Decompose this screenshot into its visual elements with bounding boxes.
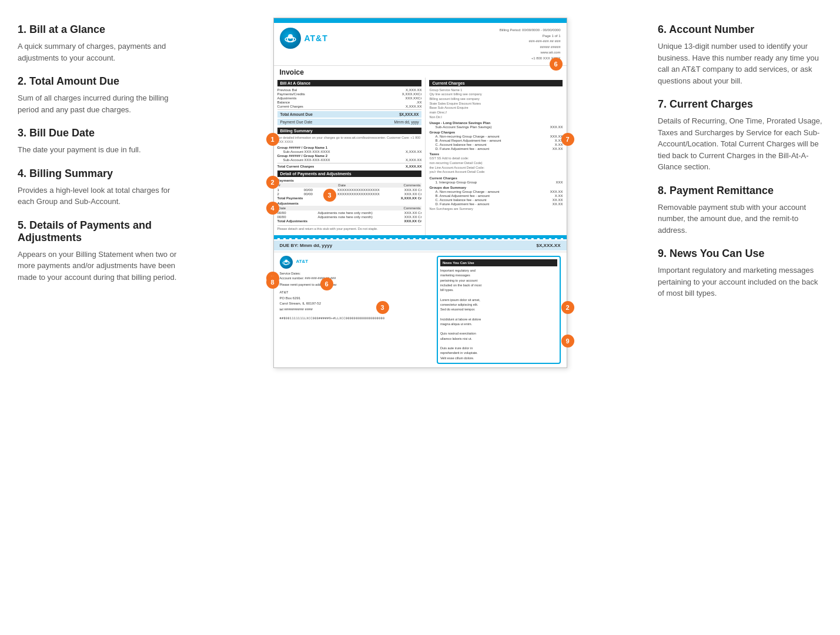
badge-9: 9 [561, 335, 574, 347]
cc-usage-row: Sub-Account Savings Plan Savings) XXX.XX [429, 125, 563, 129]
left-column: 1. Bill at a Glance A quick summary of c… [12, 12, 194, 623]
badge-2-top: 2 [266, 176, 279, 189]
svg-point-3 [288, 34, 293, 39]
current-charges-header: Current Charges [429, 80, 563, 86]
section-2-body: Sum of all charges incurred during the b… [18, 92, 182, 115]
due-by-bar: DUE BY: Mmm dd, yyyy $X,XXX.XX [274, 240, 567, 250]
invoice-top-section: AT&T Billing Period: 00/00/0000 - 00/00/… [274, 23, 567, 66]
cc-gd-row-1: A. Non-recurring Group Charge - amount X… [429, 190, 563, 193]
center-column: 6 1 7 2 3 4 5 8 6 3 2 9 [194, 12, 646, 623]
cc-gd-row-3: C. Account balance fee - amount XX.XX [429, 198, 563, 202]
section-8-heading: 8. Payment Remittance [658, 185, 822, 197]
news-you-can-use-box: News You Can Use Important regulatory an… [437, 256, 561, 364]
invoice-left-section: Bill At A Glance Previous Bal X,XXX.XX P… [274, 78, 426, 235]
billing-summary-header: Billing Summary [277, 128, 422, 134]
section-6-heading: 6. Account Number [658, 24, 822, 36]
cc-gc-row-2: B. Annual Report Adjustment fee - amount… [429, 139, 563, 142]
dashed-separator [274, 238, 567, 239]
news-box-header: News You Can Use [440, 259, 557, 266]
badge-2-bottom: 2 [561, 301, 574, 314]
remittance-addr-company: AT&T [280, 290, 431, 296]
footer-note: Please detach and return a this stub wit… [277, 225, 422, 232]
section-7-body: Details of Recurring, One Time, Prorated… [658, 115, 822, 173]
bs-group-2-sub: Sub-Account XXX-XXX-XXXX X,XXX.XX [277, 158, 422, 162]
adj-row-1: 00/00 Adjustments note here only month) … [277, 211, 422, 215]
section-9-heading: 9. News You Can Use [658, 248, 822, 260]
cc-surcharges-note: Non Surcharges are Summary [429, 207, 563, 212]
badge-3-bottom: 3 [376, 301, 389, 314]
remittance-addr-po: PO Box 6291 [280, 296, 431, 302]
invoice-top-bar [274, 18, 567, 23]
bag-row-4: Balance .XX [277, 101, 422, 104]
remittance-left: AT&T Service Dates: Account number: ###-… [280, 256, 431, 364]
due-by-amount: $X,XXX.XX [537, 243, 561, 248]
payments-col-headers: # Date Comments [277, 183, 422, 188]
cc-gd-row-4: D. Future Adjustment fee - amount XX.XX [429, 202, 563, 206]
cc-gc-row-4: D. Future Adjustment fee - amount XX.XX [429, 147, 563, 151]
badge-8: 8 [266, 276, 279, 289]
news-content: Important regulatory and marketing messa… [440, 268, 557, 360]
page-label: Page 1 of 1 [500, 34, 561, 39]
badge-3-top: 3 [323, 189, 336, 202]
section-2-heading: 2. Total Amount Due [18, 75, 182, 88]
invoice-header-info: Billing Period: 00/00/0000 - 00/00/0000 … [500, 28, 561, 62]
section-1-body: A quick summary of charges, payments and… [18, 41, 182, 63]
payment-due-date-row: Payment Due Date Mmm dd, yyyy [277, 119, 422, 125]
remittance-payment-instructions: Please remit payment to address below: [280, 282, 431, 288]
total-current-charges-row: Total Current Charges X,XXX.XX [277, 165, 422, 168]
cc-group-charges-label: Group Charges [429, 131, 563, 134]
cc-service-1: Group Service Name 1 Qty line account bi… [429, 88, 563, 120]
due-by-prefix: DUE BY: Mmm dd, yyyy [280, 243, 333, 248]
payments-label: Payments [277, 179, 422, 182]
remittance-address: AT&T PO Box 6291 Carol Stream, IL 60197-… [280, 290, 431, 312]
svg-point-6 [285, 259, 287, 262]
billing-summary-intro: For detailed information on your charges… [277, 136, 422, 145]
badge-4: 4 [266, 202, 279, 215]
total-payments-row: Total Payments X,XXX.XX Cr [277, 196, 422, 200]
section-5-heading: 5. Details of Payments and Adjustments [18, 219, 182, 244]
payment-row-1: 1 00/00 XXXXXXXXXXXXXXXXXX XXX.XX Cr [277, 188, 422, 192]
section-6-body: Unique 13-digit number used to identify … [658, 41, 822, 86]
section-4-heading: 4. Billing Summary [18, 168, 182, 180]
total-adj-row: Total Adjustments XXX.XX Cr [277, 219, 422, 223]
account-number-label: ###-###-### ## ### [500, 39, 561, 45]
bag-row-5: Current Charges X,XXX.XX [277, 105, 422, 108]
payment-row-2: 2 00/00 XXXXXXXXXXXXXXXXXX XXX.XX Cr [277, 192, 422, 196]
cc-current-row-1: 1. Intergroup Group Group XXX [429, 181, 563, 184]
badge-7: 7 [561, 133, 574, 146]
section-3-heading: 3. Bill Due Date [18, 127, 182, 139]
badge-6-bottom: 6 [320, 278, 333, 290]
att-logo-text: AT&T [304, 34, 328, 43]
remittance-right: News You Can Use Important regulatory an… [437, 256, 561, 364]
bag-row-1: Previous Bal X,XXX.XX [277, 88, 422, 92]
billing-summary-groups: Group ###### / Group Name 1 Sub-Account … [277, 146, 422, 162]
att-logo-icon [280, 28, 301, 49]
adj-row-2: 00/00 Adjustments note here only month) … [277, 215, 422, 219]
adjustments-label: Adjustments [277, 202, 422, 205]
invoice-body: Bill At A Glance Previous Bal X,XXX.XX P… [274, 78, 567, 235]
section-5-body: Appears on your Billing Statement when t… [18, 249, 182, 283]
remittance-addr-city: Carol Stream, IL 60197-52 [280, 301, 431, 307]
att-logo: AT&T [280, 28, 328, 49]
cc-groups-due-label: Groups due Summary [429, 186, 563, 189]
cc-taxes-label: Taxes [429, 152, 563, 156]
section-3-body: The date your payment is due in full. [18, 144, 182, 156]
remittance-addr-tel: tel ########## #### [280, 307, 431, 313]
details-payments-header: Detail of Payments and Adjustments [277, 171, 422, 177]
remittance-att-icon [280, 256, 293, 269]
remittance-service-label: Service Dates: [280, 271, 431, 276]
remittance-att-text: AT&T [296, 258, 309, 266]
bag-row-3: Adjustments XXX.XXCr [277, 96, 422, 100]
bag-row-2: Payments/Credits X,XXX.XXCr [277, 92, 422, 96]
invoice-title: Invoice [274, 66, 567, 78]
remittance-account-number: Account number: ###-###-#### ## ### [280, 276, 431, 281]
invoice-right-section: Current Charges Group Service Name 1 Qty… [426, 78, 566, 235]
remittance-logo-row: AT&T [280, 256, 431, 269]
invoice-mockup: AT&T Billing Period: 00/00/0000 - 00/00/… [273, 18, 567, 368]
section-1-heading: 1. Bill at a Glance [18, 24, 182, 36]
bs-group-2: Group ###### / Group Name 2 [277, 154, 422, 158]
cc-taxes-rows: GST SS Add to detail code: non-recurring… [429, 156, 563, 175]
total-amount-due-row: Total Amount Due $X,XXX.XX [277, 111, 422, 118]
remittance-section: AT&T Service Dates: Account number: ###-… [274, 252, 567, 367]
cc-current-label: Current Charges [429, 176, 563, 180]
